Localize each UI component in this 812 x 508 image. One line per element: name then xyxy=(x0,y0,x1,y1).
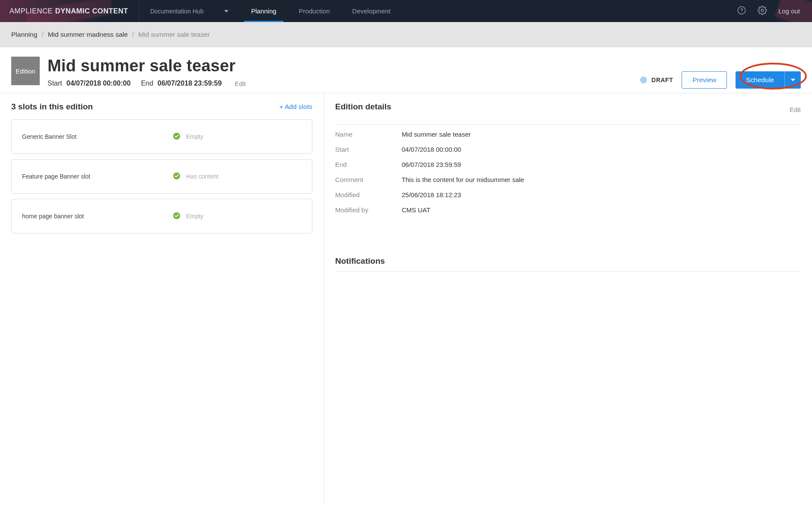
hub-label: Documentation Hub xyxy=(150,8,204,15)
slot-row[interactable]: Feature page Banner slotHas content xyxy=(11,159,312,194)
tab-development[interactable]: Development xyxy=(341,0,402,22)
breadcrumb-item[interactable]: Planning xyxy=(11,31,37,38)
breadcrumb-item[interactable]: Mid summer madness sale xyxy=(48,31,128,38)
detail-row: Modified25/06/2018 18:12:23 xyxy=(335,187,801,202)
edit-details-link[interactable]: Edit xyxy=(790,106,801,113)
brand-part2: DYNAMIC CONTENT xyxy=(55,7,128,15)
slots-header: 3 slots in this edition + Add slots xyxy=(11,102,312,112)
detail-key: Start xyxy=(335,146,402,153)
header-left: Mid summer sale teaser Start 04/07/2018 … xyxy=(48,57,640,87)
detail-value: 25/06/2018 18:12:23 xyxy=(402,191,461,198)
breadcrumb: Planning / Mid summer madness sale / Mid… xyxy=(0,22,812,47)
detail-value: Mid summer sale teaser xyxy=(402,131,471,138)
detail-value: CMS UAT xyxy=(402,206,430,214)
detail-row: Start04/07/2018 00:00:00 xyxy=(335,142,801,157)
detail-key: Name xyxy=(335,131,402,138)
notifications-heading: Notifications xyxy=(335,256,801,266)
edition-header: Edition Mid summer sale teaser Start 04/… xyxy=(0,47,812,93)
slot-status-text: Empty xyxy=(186,133,203,140)
schedule-button-group: Schedule xyxy=(736,71,801,89)
slots-heading: 3 slots in this edition xyxy=(11,102,93,112)
header-actions: DRAFT Preview Schedule xyxy=(640,57,801,89)
detail-row: End06/07/2018 23:59:59 xyxy=(335,157,801,172)
brand-part1: AMPLIENCE xyxy=(10,7,53,15)
start-value: 04/07/2018 00:00:00 xyxy=(67,80,131,87)
brand: AMPLIENCE DYNAMIC CONTENT xyxy=(0,0,139,22)
detail-key: End xyxy=(335,161,402,168)
help-icon[interactable] xyxy=(737,6,746,16)
edition-badge: Edition xyxy=(11,57,40,85)
status-dot-icon xyxy=(640,77,647,83)
breadcrumb-current: Mid summer sale teaser xyxy=(138,31,209,38)
detail-key: Modified by xyxy=(335,206,402,214)
tab-production[interactable]: Production xyxy=(288,0,341,22)
schedule-button[interactable]: Schedule xyxy=(736,71,784,89)
slot-row[interactable]: Generic Banner SlotEmpty xyxy=(11,119,312,154)
check-circle-icon xyxy=(173,133,180,141)
gear-icon[interactable] xyxy=(758,6,767,16)
slots-list: Generic Banner SlotEmptyFeature page Ban… xyxy=(11,119,312,233)
caret-down-icon xyxy=(791,79,795,81)
slot-status: Has content xyxy=(173,173,219,181)
end-label: End xyxy=(141,80,153,87)
detail-row: Modified byCMS UAT xyxy=(335,202,801,217)
divider xyxy=(335,271,801,272)
check-circle-icon xyxy=(173,173,180,181)
start-label: Start xyxy=(48,80,62,87)
slot-status-text: Has content xyxy=(186,173,219,180)
top-nav: AMPLIENCE DYNAMIC CONTENT Documentation … xyxy=(0,0,812,22)
tab-planning[interactable]: Planning xyxy=(240,0,287,22)
slot-name: home page banner slot xyxy=(22,213,173,220)
slot-status: Empty xyxy=(173,133,203,141)
hub-selector[interactable]: Documentation Hub xyxy=(139,0,240,22)
detail-row: NameMid summer sale teaser xyxy=(335,127,801,142)
details-list: NameMid summer sale teaserStart04/07/201… xyxy=(335,125,801,217)
preview-button[interactable]: Preview xyxy=(682,71,727,89)
slot-row[interactable]: home page banner slotEmpty xyxy=(11,199,312,233)
detail-row: CommentThis is the content for our midsu… xyxy=(335,172,801,187)
logout-link[interactable]: Log out xyxy=(778,7,800,15)
end-value: 06/07/2018 23:59:59 xyxy=(158,80,222,87)
svg-point-1 xyxy=(741,12,742,13)
details-panel: Edition details Edit NameMid summer sale… xyxy=(324,93,812,503)
detail-value: 06/07/2018 23:59:59 xyxy=(402,161,461,168)
edit-dates-link[interactable]: Edit xyxy=(235,80,246,87)
add-slots-link[interactable]: + Add slots xyxy=(279,103,312,111)
svg-point-0 xyxy=(738,6,745,14)
status-text: DRAFT xyxy=(651,77,673,83)
detail-value: This is the content for our midsummer sa… xyxy=(402,176,524,183)
details-heading: Edition details xyxy=(335,102,391,112)
breadcrumb-sep: / xyxy=(41,31,43,38)
notifications-section: Notifications xyxy=(335,256,801,272)
schedule-dropdown-button[interactable] xyxy=(784,71,801,89)
breadcrumb-sep: / xyxy=(132,31,134,38)
page-title: Mid summer sale teaser xyxy=(48,57,640,75)
detail-key: Modified xyxy=(335,191,402,198)
date-line: Start 04/07/2018 00:00:00 End 06/07/2018… xyxy=(48,80,640,87)
chevron-down-icon xyxy=(224,10,228,13)
body: 3 slots in this edition + Add slots Gene… xyxy=(0,93,812,503)
slot-status-text: Empty xyxy=(186,213,203,220)
nav-tabs: Planning Production Development xyxy=(240,0,402,22)
slot-name: Feature page Banner slot xyxy=(22,173,173,180)
detail-value: 04/07/2018 00:00:00 xyxy=(402,146,461,153)
svg-point-2 xyxy=(761,9,764,12)
check-circle-icon xyxy=(173,212,180,220)
top-right-actions: Log out xyxy=(725,0,812,22)
detail-key: Comment xyxy=(335,176,402,183)
slots-panel: 3 slots in this edition + Add slots Gene… xyxy=(0,93,324,503)
slot-name: Generic Banner Slot xyxy=(22,133,173,140)
slot-status: Empty xyxy=(173,212,203,220)
status-badge: DRAFT xyxy=(640,77,673,83)
details-header: Edition details Edit xyxy=(335,102,801,117)
